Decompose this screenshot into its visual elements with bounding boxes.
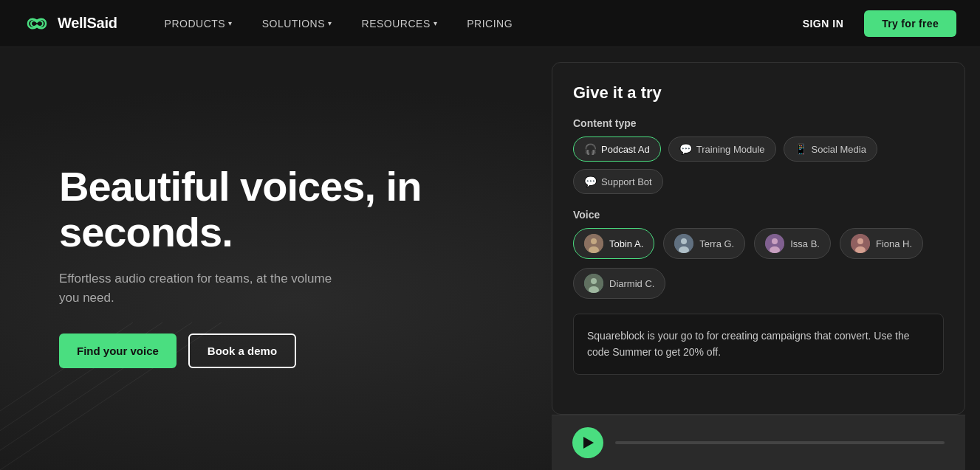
progress-track[interactable] xyxy=(615,441,945,444)
wellsaid-logo-icon xyxy=(24,15,50,32)
voice-name: Fiona H. xyxy=(876,238,912,249)
voice-chip-diarmid[interactable]: Diarmid C. xyxy=(573,268,665,299)
svg-point-5 xyxy=(591,238,597,244)
content-chip-podcast[interactable]: 🎧 Podcast Ad xyxy=(573,136,661,162)
nav-links: PRODUCTS ▾ SOLUTIONS ▾ RESOURCES ▾ PRICI… xyxy=(153,12,794,35)
navbar: WellSaid PRODUCTS ▾ SOLUTIONS ▾ RESOURCE… xyxy=(0,0,980,47)
demo-title: Give it a try xyxy=(573,83,944,103)
nav-item-solutions[interactable]: SOLUTIONS ▾ xyxy=(250,12,344,35)
logo-text: WellSaid xyxy=(58,15,117,32)
content-type-label: Content type xyxy=(573,117,944,129)
logo-link[interactable]: WellSaid xyxy=(24,15,117,32)
voice-section: Voice Tobin A. xyxy=(573,209,944,299)
hero-buttons: Find your voice Book a demo xyxy=(59,334,507,368)
support-icon: 💬 xyxy=(584,176,597,187)
voice-name: Issa B. xyxy=(790,238,820,249)
content-chip-social[interactable]: 📱 Social Media xyxy=(784,136,877,162)
content-chip-label: Social Media xyxy=(812,144,866,155)
chat-icon: 💬 xyxy=(679,143,692,155)
avatar xyxy=(584,274,603,293)
svg-point-11 xyxy=(772,238,778,244)
hero-heading: Beautiful voices, in seconds. xyxy=(59,164,507,255)
try-free-button[interactable]: Try for free xyxy=(864,10,956,37)
chevron-down-icon: ▾ xyxy=(434,19,438,27)
hero-subheading: Effortless audio creation for teams, at … xyxy=(59,269,340,307)
nav-item-products[interactable]: PRODUCTS ▾ xyxy=(153,12,244,35)
voices-list: Tobin A. Terra G. xyxy=(573,228,944,299)
content-chip-support[interactable]: 💬 Support Bot xyxy=(573,169,663,194)
chevron-down-icon: ▾ xyxy=(328,19,332,27)
player-bar xyxy=(552,415,965,470)
demo-text-area: Squareblock is your go to for creating c… xyxy=(573,314,944,375)
voice-chip-issa[interactable]: Issa B. xyxy=(754,228,831,259)
voice-label: Voice xyxy=(573,209,944,221)
voice-chip-terra[interactable]: Terra G. xyxy=(663,228,745,259)
chevron-down-icon: ▾ xyxy=(228,19,233,27)
avatar xyxy=(584,234,603,253)
book-a-demo-button[interactable]: Book a demo xyxy=(188,334,296,368)
play-icon xyxy=(583,437,594,449)
nav-item-resources[interactable]: RESOURCES ▾ xyxy=(350,12,450,35)
svg-point-14 xyxy=(857,238,863,244)
content-chip-label: Training Module xyxy=(696,144,765,155)
voice-name: Diarmid C. xyxy=(609,278,654,289)
content-types-list: 🎧 Podcast Ad 💬 Training Module 📱 Social … xyxy=(573,136,944,194)
avatar xyxy=(851,234,870,253)
hero-section: Beautiful voices, in seconds. Effortless… xyxy=(0,47,980,470)
avatar xyxy=(765,234,784,253)
headphones-icon: 🎧 xyxy=(584,143,597,155)
voice-chip-tobin[interactable]: Tobin A. xyxy=(573,228,654,259)
nav-item-pricing[interactable]: PRICING xyxy=(455,12,524,35)
avatar xyxy=(674,234,693,253)
svg-point-8 xyxy=(681,238,687,244)
phone-icon: 📱 xyxy=(795,143,807,155)
voice-name: Terra G. xyxy=(699,238,734,249)
hero-right: Give it a try Content type 🎧 Podcast Ad … xyxy=(537,47,980,470)
voice-name: Tobin A. xyxy=(609,238,643,249)
content-chip-label: Support Bot xyxy=(601,176,652,187)
content-type-section: Content type 🎧 Podcast Ad 💬 Training Mod… xyxy=(573,117,944,194)
play-button[interactable] xyxy=(572,427,603,458)
sign-in-button[interactable]: SIGN IN xyxy=(794,12,853,35)
demo-card: Give it a try Content type 🎧 Podcast Ad … xyxy=(552,62,965,415)
hero-left: Beautiful voices, in seconds. Effortless… xyxy=(0,47,537,470)
nav-right: SIGN IN Try for free xyxy=(794,10,956,37)
content-chip-label: Podcast Ad xyxy=(601,144,650,155)
content-chip-training[interactable]: 💬 Training Module xyxy=(668,136,776,162)
voice-chip-fiona[interactable]: Fiona H. xyxy=(840,228,923,259)
find-your-voice-button[interactable]: Find your voice xyxy=(59,334,177,368)
svg-point-17 xyxy=(591,278,597,284)
